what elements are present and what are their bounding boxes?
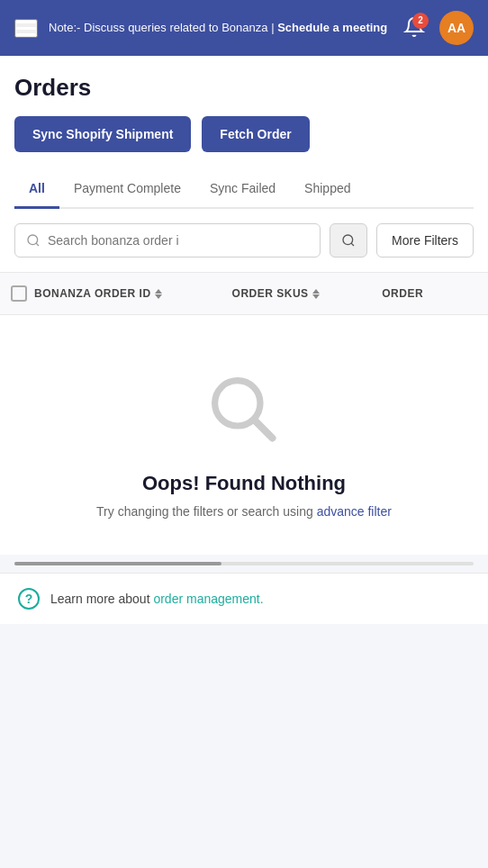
svg-line-1 (36, 243, 39, 246)
tab-all[interactable]: All (14, 170, 59, 209)
empty-title: Oops! Found Nothing (142, 472, 346, 495)
nav-note: Note:- Discuss queries related to Bonanz… (49, 20, 389, 36)
scroll-indicator (14, 562, 474, 565)
hamburger-menu[interactable] (14, 19, 38, 38)
top-nav: Note:- Discuss queries related to Bonanz… (0, 0, 488, 56)
svg-point-0 (28, 235, 38, 245)
search-row: More Filters (14, 209, 474, 272)
col-header-order-skus: ORDER SKUS (232, 287, 375, 300)
search-icon-btn-icon (341, 233, 356, 248)
order-management-link[interactable]: order management. (153, 592, 263, 606)
tabs-bar: All Payment Complete Sync Failed Shipped (14, 170, 474, 209)
avatar-button[interactable]: AA (439, 11, 474, 45)
select-all-checkbox[interactable] (11, 285, 27, 302)
table-header: BONANZA ORDER ID ORDER SKUS ORDER (0, 272, 488, 315)
col-header-bonanza-order-id: BONANZA ORDER ID (34, 287, 225, 300)
empty-subtitle: Try changing the filters or search using… (96, 504, 392, 519)
search-submit-button[interactable] (330, 223, 367, 258)
search-icon-left (26, 233, 41, 248)
search-input-wrap[interactable] (14, 223, 321, 258)
tab-payment-complete[interactable]: Payment Complete (59, 170, 195, 209)
sync-shopify-button[interactable]: Sync Shopify Shipment (14, 116, 191, 152)
table-section: BONANZA ORDER ID ORDER SKUS ORDER Oops! … (0, 272, 488, 555)
footer-text: Learn more about order management. (50, 592, 264, 606)
svg-line-5 (255, 420, 273, 439)
sort-icon-bonanza[interactable] (155, 289, 162, 299)
col-header-order: ORDER (382, 287, 477, 300)
notification-button[interactable]: 2 (400, 13, 429, 44)
search-input[interactable] (48, 233, 309, 248)
more-filters-button[interactable]: More Filters (376, 223, 474, 258)
scroll-thumb (14, 562, 221, 565)
notification-badge: 2 (412, 13, 429, 29)
tab-sync-failed[interactable]: Sync Failed (195, 170, 290, 209)
empty-search-icon (203, 369, 285, 454)
main-content: Orders Sync Shopify Shipment Fetch Order… (0, 56, 488, 272)
schedule-meeting-link[interactable]: Schedule a meeting (277, 21, 387, 34)
footer: ? Learn more about order management. (0, 573, 488, 624)
help-icon: ? (18, 588, 40, 610)
svg-line-3 (351, 243, 354, 246)
svg-point-2 (343, 235, 353, 245)
advance-filter-link[interactable]: advance filter (317, 504, 392, 519)
tab-shipped[interactable]: Shipped (290, 170, 365, 209)
fetch-order-button[interactable]: Fetch Order (202, 116, 309, 152)
page-title: Orders (14, 74, 474, 102)
sort-icon-skus[interactable] (312, 289, 320, 299)
empty-state: Oops! Found Nothing Try changing the fil… (0, 315, 488, 555)
action-buttons: Sync Shopify Shipment Fetch Order (14, 116, 474, 152)
note-text: Note:- Discuss queries related to Bonanz… (49, 21, 277, 34)
